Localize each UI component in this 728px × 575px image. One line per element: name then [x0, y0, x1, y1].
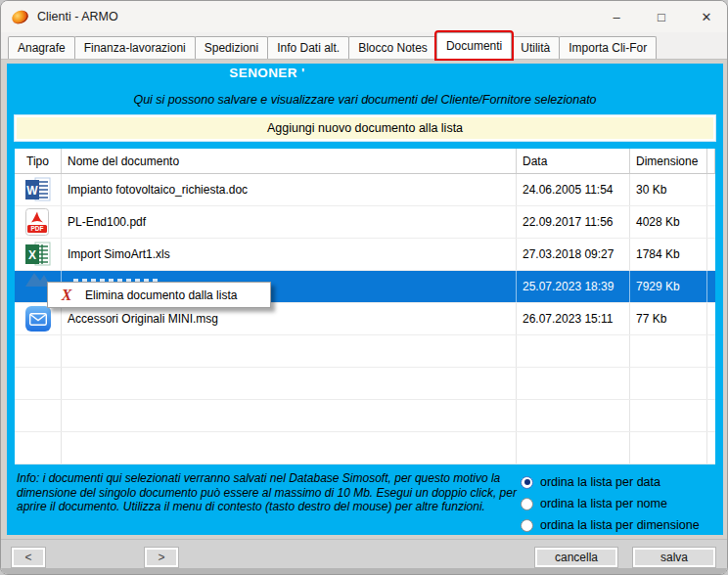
clienti-window: Clienti - ARMO – □ ✕ Anagrafe Finanza-la… — [0, 0, 728, 575]
document-date: 22.09.2017 11:56 — [517, 206, 630, 238]
empty-table-row — [15, 368, 715, 400]
document-size: 77 Kb — [630, 303, 707, 334]
sort-options: ordina la lista per data ordina la lista… — [521, 471, 716, 536]
column-header-nome[interactable]: Nome del documento — [62, 149, 517, 173]
column-header-dimensione[interactable]: Dimensione — [630, 149, 707, 173]
radio-dot — [521, 519, 533, 532]
document-date: 24.06.2005 11:54 — [517, 174, 630, 205]
cancel-button[interactable]: cancella — [534, 547, 618, 568]
table-row[interactable]: PDF PL-End100.pdf 22.09.2017 11:56 4028 … — [15, 206, 715, 239]
footer-bar: < > cancella salva — [1, 539, 728, 575]
radio-sort-by-date[interactable]: ordina la lista per data — [521, 471, 716, 493]
tab-utilita[interactable]: Utilità — [511, 36, 560, 59]
delete-x-icon: X — [48, 288, 85, 303]
next-record-button[interactable]: > — [144, 547, 179, 568]
svg-text:PDF: PDF — [30, 225, 43, 232]
tab-documenti[interactable]: Documenti — [436, 32, 512, 59]
document-size: 1784 Kb — [630, 239, 707, 270]
document-size: 4028 Kb — [630, 206, 707, 238]
tab-info-dati-alt[interactable]: Info Dati alt. — [267, 36, 349, 59]
document-name: Impianto fotovoltaico_richiesta.doc — [62, 174, 517, 205]
minimize-icon[interactable]: – — [594, 1, 639, 32]
table-header-row: Tipo Nome del documento Data Dimensione — [15, 149, 715, 174]
empty-table-row — [15, 400, 715, 432]
client-name: SENONER ' — [15, 66, 520, 80]
window-controls: – □ ✕ — [594, 1, 728, 32]
document-size: 30 Kb — [630, 174, 707, 205]
tab-finanza-lavorazioni[interactable]: Finanza-lavorazioni — [74, 36, 196, 59]
window-title: Clienti - ARMO — [37, 10, 118, 23]
maximize-icon[interactable]: □ — [639, 1, 684, 32]
document-name: Import SimoArt1.xls — [62, 239, 517, 270]
document-date: 26.07.2023 15:11 — [517, 303, 630, 334]
document-date: 27.03.2018 09:27 — [517, 239, 630, 270]
pdf-icon: PDF — [24, 208, 52, 236]
excel-icon: X — [24, 241, 52, 268]
context-menu: X Elimina documento dalla lista — [47, 282, 271, 308]
radio-sort-by-size[interactable]: ordina la lista per dimensione — [521, 514, 716, 536]
info-text: Info: i documenti qui selezionati verran… — [17, 471, 518, 514]
panel-subtitle: Qui si possono salvare e visualizzare va… — [15, 93, 715, 107]
tab-blocco-notes[interactable]: Blocco Notes — [348, 36, 437, 59]
context-menu-item-delete[interactable]: Elimina documento dalla lista — [85, 288, 237, 302]
tab-spedizioni[interactable]: Spedizioni — [195, 36, 268, 59]
radio-dot — [521, 498, 533, 510]
tab-anagrafe[interactable]: Anagrafe — [8, 36, 75, 59]
column-header-data[interactable]: Data — [517, 149, 630, 173]
file-type-cell: X — [15, 239, 62, 270]
word-doc-icon: W — [24, 176, 52, 203]
radio-sort-by-name[interactable]: ordina la lista per nome — [521, 493, 716, 514]
tab-bar: Anagrafe Finanza-lavorazioni Spedizioni … — [1, 32, 728, 60]
previous-record-button[interactable]: < — [11, 547, 46, 568]
app-icon — [10, 8, 30, 25]
mail-icon — [24, 305, 52, 332]
empty-table-row — [15, 432, 715, 464]
add-document-button[interactable]: Aggiungi nuovo documento alla lista — [15, 115, 715, 141]
svg-text:W: W — [26, 184, 38, 198]
document-name: PL-End100.pdf — [62, 206, 517, 238]
table-gutter — [707, 149, 715, 173]
save-button[interactable]: salva — [632, 547, 716, 568]
document-date: 25.07.2023 18:39 — [517, 271, 630, 302]
empty-table-row — [15, 335, 715, 368]
document-size: 7929 Kb — [630, 271, 707, 302]
column-header-tipo[interactable]: Tipo — [15, 149, 62, 173]
close-icon[interactable]: ✕ — [684, 1, 728, 32]
radio-dot — [521, 476, 533, 489]
window-bottom-edge — [1, 568, 728, 575]
file-type-cell: PDF — [15, 206, 62, 238]
title-bar: Clienti - ARMO – □ ✕ — [1, 1, 728, 32]
table-row[interactable]: X Import SimoArt1.xls 27.03.2018 09:27 1… — [15, 239, 715, 271]
tab-importa-cli-for[interactable]: Importa Cli-For — [559, 36, 657, 59]
table-row[interactable]: W Impianto fotovoltaico_richiesta.doc 24… — [15, 174, 715, 206]
svg-text:X: X — [27, 248, 35, 262]
file-type-cell: W — [15, 174, 62, 205]
